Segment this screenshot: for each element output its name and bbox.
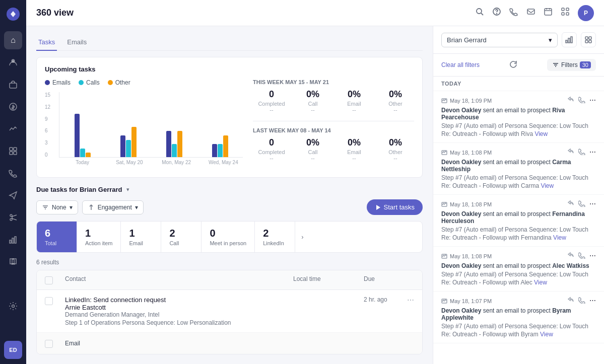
activity-5-view-link[interactable]: View — [540, 331, 553, 338]
phone-icon[interactable] — [509, 7, 518, 19]
activity-3-subject: Re: Outreach - Followup with Fernandina … — [441, 234, 596, 241]
filter-row: None ▾ Engagement ▾ Start tasks — [36, 199, 423, 215]
sidebar-item-send[interactable] — [4, 186, 22, 204]
table-header-due: Due — [364, 275, 414, 284]
user-profile-avatar[interactable]: P — [578, 5, 594, 21]
due-tasks-dropdown-icon[interactable]: ▾ — [126, 186, 129, 193]
help-icon[interactable] — [492, 7, 501, 19]
user-avatar[interactable]: ED — [4, 341, 22, 359]
none-filter-arrow: ▾ — [70, 204, 73, 211]
sidebar-item-briefcase[interactable] — [4, 76, 22, 94]
legend-label-other: Other — [115, 79, 130, 86]
sidebar-item-chart[interactable] — [4, 231, 22, 249]
results-count: 6 results — [36, 259, 423, 266]
activity-2-more-icon[interactable]: ⋯ — [589, 148, 596, 157]
activity-4-phone-icon[interactable] — [578, 252, 585, 260]
sidebar-item-phone[interactable] — [4, 164, 22, 182]
activity-item-2: May 18, 1:08 PM ⋯ D — [433, 143, 604, 195]
row-1-checkbox[interactable] — [45, 297, 53, 305]
bar-label-today: Today — [63, 160, 102, 165]
page-title: 360 view — [36, 8, 467, 18]
panel-chart-icon[interactable] — [562, 32, 577, 47]
activity-5-phone-icon[interactable] — [578, 297, 585, 305]
calendar-icon[interactable] — [544, 7, 553, 19]
apps-icon[interactable] — [561, 7, 570, 19]
svg-point-17 — [477, 9, 482, 14]
sidebar-item-home[interactable]: ⌂ — [4, 31, 22, 49]
activity-4-view-link[interactable]: View — [534, 279, 547, 286]
start-tasks-button[interactable]: Start tasks — [367, 199, 423, 215]
summary-email[interactable]: 1 Email — [121, 222, 161, 252]
activity-5-reply-icon[interactable] — [567, 297, 574, 305]
row-1-contact-title: Demand Generation Manager, Intel — [65, 311, 293, 318]
engagement-filter[interactable]: Engagement ▾ — [82, 200, 144, 214]
sidebar-item-users[interactable] — [4, 53, 22, 71]
refresh-icon[interactable] — [509, 60, 517, 70]
panel-icon-group — [562, 32, 596, 47]
svg-rect-28 — [562, 13, 564, 15]
summary-linkedin[interactable]: 2 LinkedIn — [255, 222, 295, 252]
activity-3-more-icon[interactable]: ⋯ — [589, 200, 596, 208]
legend-other: Other — [108, 79, 130, 86]
clear-all-filters-button[interactable]: Clear all filters — [441, 61, 480, 68]
activity-1-phone-icon[interactable] — [578, 96, 585, 105]
svg-rect-22 — [545, 9, 552, 15]
legend-dot-other — [108, 80, 113, 85]
tab-tasks[interactable]: Tasks — [36, 34, 57, 51]
sidebar-item-book[interactable] — [4, 253, 22, 271]
activity-1-view-link[interactable]: View — [534, 130, 548, 137]
activity-3-view-link[interactable]: View — [553, 234, 566, 241]
activity-2-reply-icon[interactable] — [567, 148, 574, 157]
activity-5-more-icon[interactable]: ⋯ — [589, 297, 596, 305]
activity-4-more-icon[interactable]: ⋯ — [589, 252, 596, 260]
app-logo[interactable] — [4, 5, 22, 23]
sidebar-item-scissors[interactable] — [4, 208, 22, 227]
svg-rect-7 — [14, 152, 17, 155]
search-icon[interactable] — [475, 7, 484, 19]
task-table: Contact Local time Due LinkedIn: Send co… — [36, 270, 423, 354]
summary-meet-in-person[interactable]: 0 Meet in person — [202, 222, 255, 252]
none-filter[interactable]: None ▾ — [36, 200, 78, 214]
upcoming-tasks-title: Upcoming tasks — [45, 65, 414, 73]
contact-selector[interactable]: Brian Gerrard ▾ — [441, 33, 558, 47]
bar-label-mon: Mon, May 22 — [157, 160, 196, 165]
table-row-2: Email — [37, 333, 422, 354]
summary-call[interactable]: 2 Call — [161, 222, 202, 252]
activity-1-reply-icon[interactable] — [567, 96, 574, 105]
panel-grid-icon[interactable] — [581, 32, 596, 47]
tab-emails[interactable]: Emails — [65, 34, 89, 51]
email-icon[interactable] — [526, 7, 535, 19]
activity-3-phone-icon[interactable] — [578, 200, 585, 208]
sidebar-item-activity[interactable] — [4, 120, 22, 138]
activity-4-text: Devon Oakley sent an email to prospect A… — [441, 262, 596, 269]
svg-line-18 — [481, 13, 483, 15]
summary-action-item[interactable]: 1 Action item — [77, 222, 121, 252]
top-header: 360 view P — [26, 0, 604, 26]
svg-rect-21 — [527, 9, 534, 14]
filters-button[interactable]: Filters 30 — [547, 59, 596, 71]
activity-4-reply-icon[interactable] — [567, 252, 574, 260]
activity-item-1: May 18, 1:09 PM ⋯ D — [433, 91, 604, 143]
last-week-other: 0% Other -- — [377, 137, 414, 161]
row-1-more-icon[interactable]: ⋯ — [407, 296, 414, 304]
svg-point-8 — [10, 214, 12, 216]
sidebar-item-dollar[interactable] — [4, 98, 22, 116]
activity-1-more-icon[interactable]: ⋯ — [589, 96, 596, 105]
activity-3-reply-icon[interactable] — [567, 200, 574, 208]
filters-count: 30 — [580, 61, 591, 68]
row-2-checkbox[interactable] — [45, 340, 53, 348]
sidebar-item-settings[interactable] — [4, 297, 22, 315]
sidebar-item-grid[interactable] — [4, 142, 22, 160]
chart-stats: THIS WEEK MAY 15 - MAY 21 0 Completed --… — [253, 79, 414, 169]
activity-feed: May 18, 1:09 PM ⋯ D — [433, 91, 604, 364]
select-all-checkbox[interactable] — [45, 276, 53, 284]
task-summary-nav-right[interactable]: › — [295, 227, 309, 247]
activity-2-view-link[interactable]: View — [541, 182, 554, 189]
today-section-label: TODAY — [433, 77, 604, 91]
last-week-completed: 0 Completed -- — [253, 137, 290, 161]
row-1-contact-name[interactable]: Arnie Eastcott — [65, 304, 293, 311]
activity-2-subject: Re: Outreach - Followup with Carma View — [441, 182, 596, 189]
right-panel: Brian Gerrard ▾ Clear all filters — [433, 26, 604, 364]
summary-total[interactable]: 6 Total — [37, 222, 77, 252]
activity-2-phone-icon[interactable] — [578, 148, 585, 157]
